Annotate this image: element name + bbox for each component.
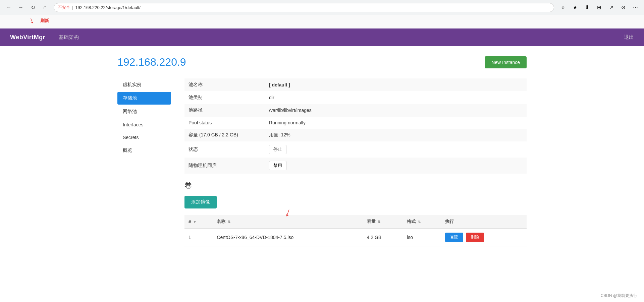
- row-name: CentOS-7-x86_64-DVD-1804-7.5.iso: [213, 228, 363, 246]
- forward-button[interactable]: →: [16, 3, 25, 12]
- sidebar-item-overview[interactable]: 概览: [117, 144, 171, 157]
- brand-name: WebVirtMgr: [10, 34, 45, 41]
- address-separator: |: [72, 5, 73, 10]
- sidebar-item-vm-instances[interactable]: 虚机实例: [117, 78, 171, 91]
- pool-name-value: [ default ]: [265, 78, 527, 91]
- volumes-section-title: 卷: [184, 180, 527, 190]
- pool-autostart-label: 随物理机同启: [184, 158, 265, 174]
- delete-button[interactable]: 删除: [466, 233, 484, 242]
- col-num: # ▼: [184, 215, 213, 228]
- row-actions: 克隆 删除: [441, 228, 527, 246]
- new-instance-button[interactable]: New Instance: [485, 56, 527, 68]
- top-nav-left: WebVirtMgr 基础架构: [10, 34, 79, 41]
- more-icon[interactable]: ⋯: [631, 3, 640, 12]
- browser-chrome: ← → ↻ ⌂ 不安全 | 192.168.220.22/storage/1/d…: [0, 0, 644, 15]
- extensions-icon[interactable]: ⊞: [594, 3, 604, 12]
- table-row: 1 CentOS-7-x86_64-DVD-1804-7.5.iso 4.2 G…: [184, 228, 527, 246]
- pool-info-table: 池名称 [ default ] 池类别 dir 池路径 /var/lib/lib…: [184, 78, 527, 174]
- pool-name-label: 池名称: [184, 78, 265, 91]
- pool-path-value: /var/lib/libvirt/images: [265, 104, 527, 117]
- address-bar[interactable]: 不安全 | 192.168.220.22/storage/1/default/: [54, 3, 554, 12]
- bookmark-icon[interactable]: ☆: [558, 3, 568, 12]
- pool-state-label: 状态: [184, 141, 265, 158]
- profile-icon[interactable]: ⊙: [619, 3, 628, 12]
- pool-path-row: 池路径 /var/lib/libvirt/images: [184, 104, 527, 117]
- sidebar-item-storage-pool[interactable]: 存储池: [117, 92, 171, 105]
- pool-capacity-row: 容量 (17.0 GB / 2.2 GB) 用量: 12%: [184, 129, 527, 141]
- pool-status-label: Pool status: [184, 117, 265, 129]
- row-format: iso: [403, 228, 441, 246]
- download-icon[interactable]: ⬇: [582, 3, 592, 12]
- clone-button[interactable]: 克隆: [445, 233, 463, 242]
- volumes-table: # ▼ 名称 ⇅ 容量 ⇅ 格式 ⇅ 执行 1 CentOS-7-x86_64-…: [184, 215, 527, 246]
- sidebar-item-secrets[interactable]: Secrets: [117, 131, 171, 143]
- page-header: 192.168.220.9 New Instance: [117, 56, 527, 68]
- pool-path-label: 池路径: [184, 104, 265, 117]
- pool-autostart-value: 禁用: [265, 158, 527, 174]
- home-button[interactable]: ⌂: [40, 3, 50, 12]
- pool-autostart-button[interactable]: 禁用: [269, 161, 286, 170]
- annotation-label: 刷新: [40, 18, 49, 24]
- detail-panel: 池名称 [ default ] 池类别 dir 池路径 /var/lib/lib…: [184, 78, 527, 246]
- pool-name-row: 池名称 [ default ]: [184, 78, 527, 91]
- pool-state-row: 状态 停止: [184, 141, 527, 158]
- browser-nav-buttons: ← → ↻ ⌂: [4, 3, 50, 12]
- pool-stop-button[interactable]: 停止: [269, 145, 286, 154]
- pool-type-value: dir: [265, 91, 527, 104]
- back-button[interactable]: ←: [4, 3, 13, 12]
- annotation-area: ↑ 刷新: [0, 15, 644, 28]
- pool-status-value: Running normally: [265, 117, 527, 129]
- pool-type-label: 池类别: [184, 91, 265, 104]
- col-actions: 执行: [441, 215, 527, 228]
- url-text: 192.168.220.22/storage/1/default/: [75, 5, 140, 10]
- col-size: 容量 ⇅: [363, 215, 403, 228]
- star-icon[interactable]: ★: [570, 3, 580, 12]
- nav-infrastructure-link[interactable]: 基础架构: [59, 34, 79, 41]
- col-format: 格式 ⇅: [403, 215, 441, 228]
- page-ip-title: 192.168.220.9: [117, 56, 186, 68]
- main-content: 192.168.220.9 New Instance 虚机实例 存储池 网络池 …: [104, 46, 540, 256]
- row-num: 1: [184, 228, 213, 246]
- refresh-button[interactable]: ↻: [28, 3, 38, 12]
- sidebar: 虚机实例 存储池 网络池 Interfaces Secrets 概览: [117, 78, 171, 158]
- pool-type-row: 池类别 dir: [184, 91, 527, 104]
- annotation-arrow-icon: ↑: [28, 15, 36, 27]
- content-layout: 虚机实例 存储池 网络池 Interfaces Secrets 概览 池名称 […: [117, 78, 527, 246]
- insecure-indicator: 不安全: [58, 5, 70, 10]
- share-icon[interactable]: ↗: [606, 3, 616, 12]
- pool-capacity-value: 用量: 12%: [265, 129, 527, 141]
- browser-action-buttons: ☆ ★ ⬇ ⊞ ↗ ⊙ ⋯: [558, 3, 640, 12]
- sidebar-item-network-pool[interactable]: 网络池: [117, 105, 171, 118]
- pool-status-row: Pool status Running normally: [184, 117, 527, 129]
- top-nav: WebVirtMgr 基础架构 退出: [0, 28, 644, 46]
- row-size: 4.2 GB: [363, 228, 403, 246]
- sidebar-item-interfaces[interactable]: Interfaces: [117, 119, 171, 131]
- pool-capacity-label: 容量 (17.0 GB / 2.2 GB): [184, 129, 265, 141]
- logout-link[interactable]: 退出: [624, 34, 634, 41]
- add-image-button[interactable]: 添加镜像: [184, 196, 217, 208]
- pool-autostart-row: 随物理机同启 禁用: [184, 158, 527, 174]
- pool-state-value: 停止: [265, 141, 527, 158]
